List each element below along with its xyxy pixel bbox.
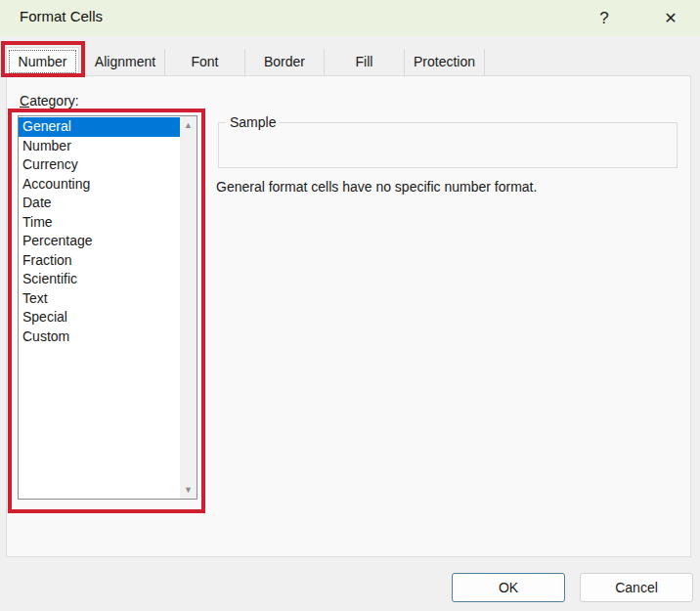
list-item-currency[interactable]: Currency	[19, 155, 180, 175]
titlebar: Format Cells ? ✕	[0, 0, 700, 36]
list-item-scientific[interactable]: Scientific	[19, 270, 180, 289]
cancel-button[interactable]: Cancel	[580, 573, 693, 602]
list-item-time[interactable]: Time	[19, 213, 180, 233]
category-label: Category:	[20, 93, 79, 109]
list-item-date[interactable]: Date	[19, 194, 180, 213]
tab-protection[interactable]: Protection	[405, 49, 485, 75]
format-description: General format cells have no specific nu…	[216, 179, 537, 195]
list-item-accounting[interactable]: Accounting	[19, 175, 180, 195]
list-item-fraction[interactable]: Fraction	[19, 251, 180, 271]
tab-font[interactable]: Font	[165, 49, 245, 75]
list-item-custom[interactable]: Custom	[19, 327, 180, 347]
scroll-up-icon[interactable]: ▲	[180, 120, 197, 130]
category-accel: C	[20, 93, 29, 109]
tab-border[interactable]: Border	[245, 49, 325, 75]
help-icon[interactable]: ?	[590, 4, 619, 32]
close-icon[interactable]: ✕	[656, 4, 685, 32]
scroll-down-icon[interactable]: ▼	[180, 485, 197, 495]
sample-legend: Sample	[226, 114, 280, 130]
category-list: General Number Currency Accounting Date …	[19, 116, 180, 346]
listbox-scrollbar[interactable]: ▲ ▼	[180, 116, 197, 499]
tab-number[interactable]: Number	[6, 47, 79, 76]
category-listbox[interactable]: General Number Currency Accounting Date …	[18, 115, 197, 500]
dialog-title: Format Cells	[20, 8, 103, 24]
sample-groupbox: Sample	[218, 122, 678, 168]
list-item-general[interactable]: General	[19, 117, 180, 137]
tab-alignment[interactable]: Alignment	[86, 49, 165, 75]
tab-fill[interactable]: Fill	[325, 49, 405, 75]
list-item-percentage[interactable]: Percentage	[19, 232, 180, 251]
ok-button[interactable]: OK	[452, 573, 565, 602]
list-item-number[interactable]: Number	[19, 137, 180, 156]
category-rest: ategory:	[29, 93, 79, 109]
list-item-text[interactable]: Text	[19, 289, 180, 309]
list-item-special[interactable]: Special	[19, 308, 180, 327]
